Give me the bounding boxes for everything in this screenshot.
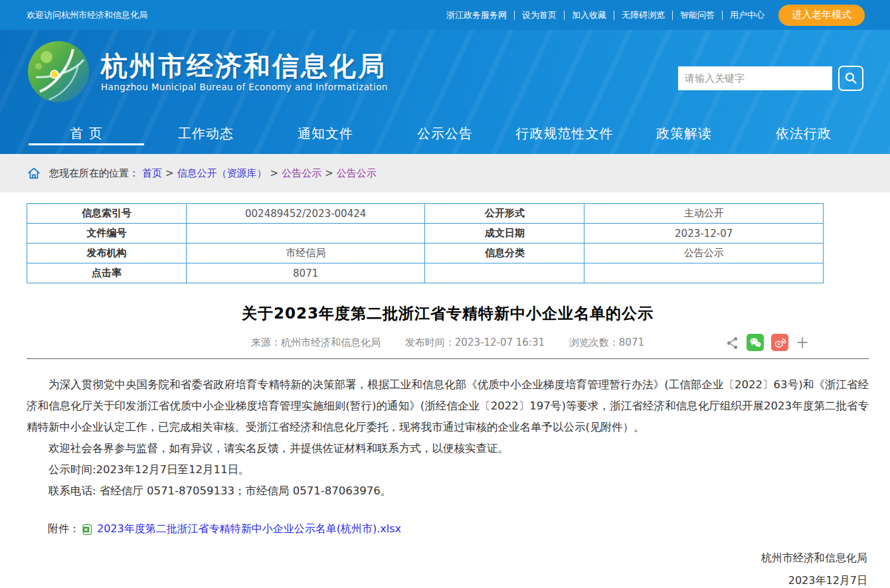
table-row: 点击率 8071 <box>27 263 824 283</box>
share-bar: + <box>726 333 809 352</box>
breadcrumb-separator: > <box>325 167 333 179</box>
article-source: 来源：杭州市经济和信息化局 <box>251 336 381 348</box>
share-icon[interactable] <box>726 336 739 349</box>
site-header: 杭州市经济和信息化局 Hangzhou Municipal Bureau of … <box>0 30 890 154</box>
attachment-link[interactable]: 2023年度第二批浙江省专精特新中小企业公示名单(杭州市).xlsx <box>97 522 401 536</box>
topbar-link-zhejiang-gov-service[interactable]: 浙江政务服务网 <box>439 11 515 20</box>
article-view-count: 浏览次数：8071 <box>569 336 644 348</box>
breadcrumb-prefix: 您现在所在的位置： <box>49 167 139 180</box>
site-logo-icon <box>27 40 90 104</box>
topbar-link-smart-qa[interactable]: 智能问答 <box>673 11 723 20</box>
nav-item-regulatory-documents[interactable]: 行政规范性文件 <box>505 113 624 154</box>
elder-mode-button[interactable]: 进入老年模式 <box>778 5 865 26</box>
info-value: 公告公示 <box>584 244 824 263</box>
table-row: 文件编号 成文日期 2023-12-07 <box>27 224 824 244</box>
breadcrumb-separator: > <box>270 167 279 179</box>
topbar-link-add-favorite[interactable]: 加入收藏 <box>565 11 614 20</box>
paragraph: 公示时间:2023年12月7日至12月11日。 <box>27 459 869 480</box>
header-main: 杭州市经济和信息化局 Hangzhou Municipal Bureau of … <box>0 30 890 113</box>
topbar: 欢迎访问杭州市经济和信息化局 浙江政务服务网 设为首页 加入收藏 无障碍浏览 智… <box>0 0 890 30</box>
info-label: 文件编号 <box>27 224 187 244</box>
info-label: 发布机构 <box>27 244 187 263</box>
search-input[interactable] <box>678 66 832 90</box>
breadcrumb-link-announcements[interactable]: 公告公示 <box>282 167 321 180</box>
page-title: 关于2023年度第二批浙江省专精特新中小企业名单的公示 <box>27 303 869 324</box>
info-value: 8071 <box>186 263 425 283</box>
nav-item-policy-interpretation[interactable]: 政策解读 <box>624 113 744 154</box>
article-publish-time: 发布时间：2023-12-07 16:31 <box>405 336 545 348</box>
signature-org: 杭州市经济和信息化局 <box>27 547 867 569</box>
info-value <box>584 263 824 283</box>
site-name-english: Hangzhou Municipal Bureau of Economy and… <box>101 82 388 92</box>
topbar-links: 浙江政务服务网 设为首页 加入收藏 无障碍浏览 智能问答 用户中心 进入老年模式 <box>439 5 865 26</box>
article-meta: 来源：杭州市经济和信息化局 发布时间：2023-12-07 16:31 浏览次数… <box>27 333 869 352</box>
main-nav: 首 页 工作动态 通知文件 公示公告 行政规范性文件 政策解读 依法行政 <box>0 113 890 154</box>
info-value <box>186 224 425 244</box>
nav-item-public-announcements[interactable]: 公示公告 <box>385 113 505 154</box>
breadcrumb-link-info-disclosure[interactable]: 信息公开（资源库） <box>177 167 267 180</box>
search-icon <box>844 71 858 86</box>
info-label <box>425 263 584 283</box>
info-label: 信息索引号 <box>27 204 187 224</box>
article-content-area: 信息索引号 002489452/2023-00424 公开形式 主动公开 文件编… <box>0 192 890 588</box>
nav-item-work-news[interactable]: 工作动态 <box>146 113 266 154</box>
signature-date: 2023年12月7日 <box>27 569 867 588</box>
nav-item-law-administration[interactable]: 依法行政 <box>744 113 863 154</box>
more-share-button[interactable]: + <box>796 334 809 350</box>
nav-item-notice-documents[interactable]: 通知文件 <box>266 113 385 154</box>
breadcrumb-separator: > <box>165 167 174 179</box>
table-row: 信息索引号 002489452/2023-00424 公开形式 主动公开 <box>27 204 824 224</box>
site-title-block: 杭州市经济和信息化局 Hangzhou Municipal Bureau of … <box>101 51 388 92</box>
wechat-share-button[interactable] <box>747 334 764 351</box>
info-value: 2023-12-07 <box>584 224 824 244</box>
paragraph: 联系电话: 省经信厅 0571-87059133；市经信局 0571-87063… <box>27 480 869 502</box>
welcome-text: 欢迎访问杭州市经济和信息化局 <box>27 9 147 21</box>
info-label: 成文日期 <box>425 224 584 244</box>
topbar-link-accessibility[interactable]: 无障碍浏览 <box>614 11 673 20</box>
info-label: 信息分类 <box>425 244 584 263</box>
weibo-icon <box>773 336 786 349</box>
attachment-label: 附件： <box>48 522 80 536</box>
article-body: 为深入贯彻党中央国务院和省委省政府培育专精特新的决策部署，根据工业和信息化部《优… <box>27 374 869 502</box>
info-value: 002489452/2023-00424 <box>186 204 425 224</box>
home-icon <box>27 166 41 181</box>
document-info-table: 信息索引号 002489452/2023-00424 公开形式 主动公开 文件编… <box>27 203 824 283</box>
info-label: 公开形式 <box>425 204 584 224</box>
excel-file-icon <box>82 524 93 535</box>
attachment-row: 附件： 2023年度第二批浙江省专精特新中小企业公示名单(杭州市).xlsx <box>27 522 869 536</box>
breadcrumb: 您现在所在的位置： 首页 > 信息公开（资源库） > 公告公示 > 公告公示 <box>0 154 890 192</box>
topbar-link-user-center[interactable]: 用户中心 <box>723 11 772 20</box>
paragraph: 欢迎社会各界参与监督，如有异议，请实名反馈，并提供佐证材料和联系方式，以便核实查… <box>27 438 869 459</box>
info-label: 点击率 <box>27 263 187 283</box>
breadcrumb-link-home[interactable]: 首页 <box>142 167 162 180</box>
search-button[interactable] <box>838 66 863 91</box>
table-row: 发布机构 市经信局 信息分类 公告公示 <box>27 244 824 263</box>
site-logo-and-title[interactable]: 杭州市经济和信息化局 Hangzhou Municipal Bureau of … <box>27 40 388 104</box>
nav-item-home[interactable]: 首 页 <box>27 113 146 154</box>
signature-block: 杭州市经济和信息化局 2023年12月7日 <box>27 547 869 588</box>
topbar-link-set-homepage[interactable]: 设为首页 <box>515 11 565 20</box>
paragraph: 为深入贯彻党中央国务院和省委省政府培育专精特新的决策部署，根据工业和信息化部《优… <box>27 374 869 438</box>
breadcrumb-link-announcements-current[interactable]: 公告公示 <box>337 167 377 180</box>
site-name: 杭州市经济和信息化局 <box>101 51 388 80</box>
wechat-icon <box>749 336 762 349</box>
info-value: 市经信局 <box>186 244 425 263</box>
info-value: 主动公开 <box>584 204 824 224</box>
meta-divider <box>27 358 869 359</box>
weibo-share-button[interactable] <box>771 334 788 351</box>
page: 欢迎访问杭州市经济和信息化局 浙江政务服务网 设为首页 加入收藏 无障碍浏览 智… <box>0 0 890 588</box>
search-area <box>678 66 863 91</box>
